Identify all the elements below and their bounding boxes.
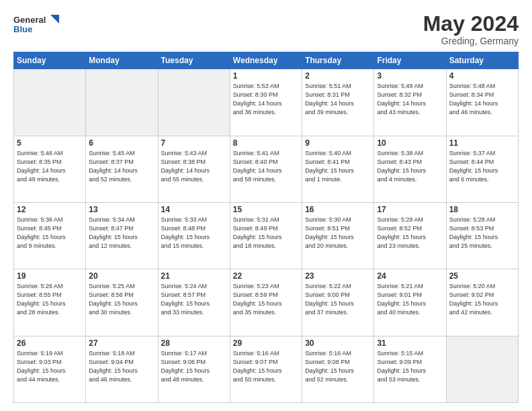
day-info: Sunrise: 5:17 AMSunset: 9:06 PMDaylight:… [161, 349, 227, 384]
svg-text:Blue: Blue [13, 24, 32, 34]
day-info: Sunrise: 5:43 AMSunset: 8:38 PMDaylight:… [161, 149, 227, 184]
day-info: Sunrise: 5:18 AMSunset: 9:04 PMDaylight:… [89, 349, 154, 384]
day-number: 17 [377, 205, 443, 214]
calendar-day-header: Wednesday [230, 52, 302, 69]
day-info: Sunrise: 5:25 AMSunset: 8:56 PMDaylight:… [89, 282, 154, 317]
table-row: 22Sunrise: 5:23 AMSunset: 8:59 PMDayligh… [230, 269, 302, 336]
table-row: 18Sunrise: 5:28 AMSunset: 8:53 PMDayligh… [446, 202, 518, 269]
calendar-day-header: Friday [374, 52, 446, 69]
day-number: 10 [377, 138, 443, 148]
day-number: 26 [17, 338, 83, 348]
day-number: 23 [305, 271, 371, 281]
main-title: May 2024 [423, 12, 519, 36]
day-number: 18 [449, 205, 515, 214]
table-row: 29Sunrise: 5:16 AMSunset: 9:07 PMDayligh… [230, 336, 302, 402]
day-number: 31 [377, 338, 443, 348]
table-row: 17Sunrise: 5:29 AMSunset: 8:52 PMDayligh… [374, 202, 446, 269]
day-info: Sunrise: 5:36 AMSunset: 8:45 PMDaylight:… [17, 216, 83, 250]
day-info: Sunrise: 5:16 AMSunset: 9:08 PMDaylight:… [305, 349, 371, 384]
day-info: Sunrise: 5:40 AMSunset: 8:41 PMDaylight:… [305, 149, 371, 184]
day-number: 16 [305, 205, 371, 214]
table-row: 1Sunrise: 5:53 AMSunset: 8:30 PMDaylight… [230, 69, 302, 136]
table-row: 10Sunrise: 5:38 AMSunset: 8:43 PMDayligh… [374, 136, 446, 202]
table-row: 31Sunrise: 5:15 AMSunset: 9:09 PMDayligh… [374, 336, 446, 402]
calendar-week-row: 1Sunrise: 5:53 AMSunset: 8:30 PMDaylight… [14, 69, 519, 136]
day-number: 25 [449, 271, 515, 281]
table-row [446, 336, 518, 402]
calendar-week-row: 19Sunrise: 5:26 AMSunset: 8:55 PMDayligh… [14, 269, 519, 336]
table-row: 3Sunrise: 5:49 AMSunset: 8:32 PMDaylight… [374, 69, 446, 136]
table-row: 25Sunrise: 5:20 AMSunset: 9:02 PMDayligh… [446, 269, 518, 336]
day-info: Sunrise: 5:31 AMSunset: 8:49 PMDaylight:… [233, 216, 299, 250]
table-row: 26Sunrise: 5:19 AMSunset: 9:03 PMDayligh… [14, 336, 86, 402]
table-row: 20Sunrise: 5:25 AMSunset: 8:56 PMDayligh… [86, 269, 158, 336]
title-block: May 2024 Greding, Germany [423, 12, 519, 46]
day-number: 8 [233, 138, 299, 148]
logo-icon: General Blue [13, 12, 60, 38]
table-row: 14Sunrise: 5:33 AMSunset: 8:48 PMDayligh… [158, 202, 230, 269]
day-number: 4 [449, 71, 515, 81]
day-number: 22 [233, 271, 299, 281]
table-row: 5Sunrise: 5:46 AMSunset: 8:35 PMDaylight… [14, 136, 86, 202]
day-info: Sunrise: 5:16 AMSunset: 9:07 PMDaylight:… [233, 349, 299, 384]
page: General Blue May 2024 Greding, Germany S… [0, 0, 532, 411]
day-info: Sunrise: 5:19 AMSunset: 9:03 PMDaylight:… [17, 349, 83, 384]
day-info: Sunrise: 5:48 AMSunset: 8:34 PMDaylight:… [449, 82, 515, 117]
calendar-day-header: Thursday [302, 52, 374, 69]
header: General Blue May 2024 Greding, Germany [13, 12, 519, 46]
day-number: 13 [89, 205, 154, 214]
table-row [14, 69, 86, 136]
day-info: Sunrise: 5:26 AMSunset: 8:55 PMDaylight:… [17, 282, 83, 317]
day-number: 7 [161, 138, 227, 148]
day-number: 15 [233, 205, 299, 214]
day-number: 20 [89, 271, 154, 281]
calendar-day-header: Saturday [446, 52, 518, 69]
day-number: 6 [89, 138, 154, 148]
day-info: Sunrise: 5:20 AMSunset: 9:02 PMDaylight:… [449, 282, 515, 317]
calendar-week-row: 26Sunrise: 5:19 AMSunset: 9:03 PMDayligh… [14, 336, 519, 402]
day-number: 3 [377, 71, 443, 81]
table-row: 11Sunrise: 5:37 AMSunset: 8:44 PMDayligh… [446, 136, 518, 202]
day-number: 28 [161, 338, 227, 348]
calendar-day-header: Monday [86, 52, 158, 69]
day-number: 21 [161, 271, 227, 281]
day-number: 9 [305, 138, 371, 148]
table-row: 7Sunrise: 5:43 AMSunset: 8:38 PMDaylight… [158, 136, 230, 202]
day-number: 1 [233, 71, 299, 81]
table-row: 16Sunrise: 5:30 AMSunset: 8:51 PMDayligh… [302, 202, 374, 269]
day-info: Sunrise: 5:45 AMSunset: 8:37 PMDaylight:… [89, 149, 154, 184]
day-info: Sunrise: 5:53 AMSunset: 8:30 PMDaylight:… [233, 82, 299, 117]
svg-text:General: General [13, 15, 46, 25]
day-info: Sunrise: 5:23 AMSunset: 8:59 PMDaylight:… [233, 282, 299, 317]
table-row [86, 69, 158, 136]
day-number: 5 [17, 138, 83, 148]
day-info: Sunrise: 5:34 AMSunset: 8:47 PMDaylight:… [89, 216, 154, 250]
day-info: Sunrise: 5:41 AMSunset: 8:40 PMDaylight:… [233, 149, 299, 184]
day-number: 29 [233, 338, 299, 348]
calendar-week-row: 12Sunrise: 5:36 AMSunset: 8:45 PMDayligh… [14, 202, 519, 269]
subtitle: Greding, Germany [423, 36, 519, 46]
table-row: 23Sunrise: 5:22 AMSunset: 9:00 PMDayligh… [302, 269, 374, 336]
day-info: Sunrise: 5:29 AMSunset: 8:52 PMDaylight:… [377, 216, 443, 250]
table-row: 24Sunrise: 5:21 AMSunset: 9:01 PMDayligh… [374, 269, 446, 336]
day-number: 2 [305, 71, 371, 81]
day-info: Sunrise: 5:15 AMSunset: 9:09 PMDaylight:… [377, 349, 443, 384]
table-row: 12Sunrise: 5:36 AMSunset: 8:45 PMDayligh… [14, 202, 86, 269]
day-info: Sunrise: 5:33 AMSunset: 8:48 PMDaylight:… [161, 216, 227, 250]
table-row: 15Sunrise: 5:31 AMSunset: 8:49 PMDayligh… [230, 202, 302, 269]
calendar-day-header: Tuesday [158, 52, 230, 69]
table-row: 9Sunrise: 5:40 AMSunset: 8:41 PMDaylight… [302, 136, 374, 202]
day-info: Sunrise: 5:28 AMSunset: 8:53 PMDaylight:… [449, 216, 515, 250]
day-number: 12 [17, 205, 83, 214]
table-row: 2Sunrise: 5:51 AMSunset: 8:31 PMDaylight… [302, 69, 374, 136]
day-info: Sunrise: 5:37 AMSunset: 8:44 PMDaylight:… [449, 149, 515, 184]
day-number: 30 [305, 338, 371, 348]
calendar-table: SundayMondayTuesdayWednesdayThursdayFrid… [13, 52, 519, 403]
day-number: 14 [161, 205, 227, 214]
day-info: Sunrise: 5:51 AMSunset: 8:31 PMDaylight:… [305, 82, 371, 117]
day-info: Sunrise: 5:24 AMSunset: 8:57 PMDaylight:… [161, 282, 227, 317]
table-row: 13Sunrise: 5:34 AMSunset: 8:47 PMDayligh… [86, 202, 158, 269]
calendar-week-row: 5Sunrise: 5:46 AMSunset: 8:35 PMDaylight… [14, 136, 519, 202]
logo: General Blue [13, 12, 60, 38]
day-info: Sunrise: 5:21 AMSunset: 9:01 PMDaylight:… [377, 282, 443, 317]
